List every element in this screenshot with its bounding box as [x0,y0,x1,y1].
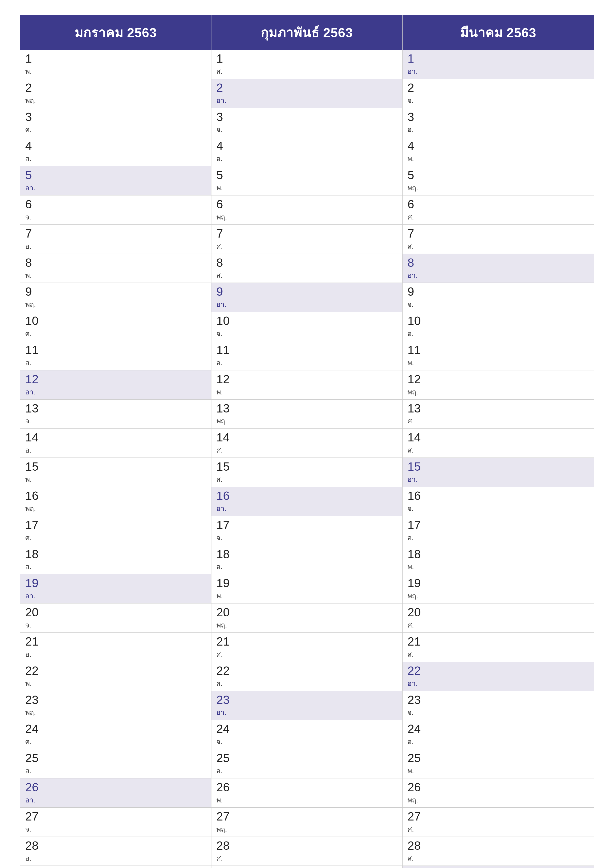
month-header-0: มกราคม 2563 [20,16,211,50]
day-row-m2-d5: 6ศ. [403,195,594,225]
day-number-m2-d16: 17 [407,519,589,532]
day-name-m1-d21: ส. [216,678,397,689]
month-column-2: มีนาคม 25631อา.2จ.3อ.4พ.5พฤ.6ศ.7ส.8อา.9จ… [403,16,594,868]
day-name-m0-d23: ศ. [25,736,206,747]
day-number-m1-d8: 9 [216,285,397,298]
day-row-m0-d23: 24ศ. [20,720,211,749]
day-row-m2-d7: 8อา. [403,254,594,283]
day-number-m2-d2: 3 [407,111,589,124]
day-number-m1-d1: 2 [216,81,397,95]
day-name-m0-d11: อา. [25,386,206,397]
day-name-m0-d19: จ. [25,620,206,631]
day-row-m1-d12: 13พฤ. [211,400,402,429]
day-name-m0-d22: พฤ. [25,707,206,718]
day-number-m1-d25: 26 [216,781,397,794]
day-number-m0-d8: 9 [25,285,206,298]
day-name-m2-d2: อ. [407,124,589,135]
day-number-m2-d0: 1 [407,52,589,65]
day-number-m0-d27: 28 [25,839,206,852]
day-name-m1-d19: พฤ. [216,620,397,631]
day-name-m1-d27: ศ. [216,852,397,863]
day-row-m1-d22: 23อา. [211,691,402,720]
day-row-m2-d26: 27ศ. [403,808,594,837]
day-row-m0-d5: 6จ. [20,195,211,225]
day-name-m2-d6: ส. [407,241,589,252]
day-row-m2-d16: 17อ. [403,516,594,546]
day-row-m0-d19: 20จ. [20,603,211,633]
month-column-1: กุมภาพันธ์ 25631ส.2อา.3จ.4อ.5พ.6พฤ.7ศ.8ส… [211,16,403,868]
day-name-m1-d20: ศ. [216,649,397,660]
day-number-m0-d4: 5 [25,169,206,182]
day-number-m2-d9: 10 [407,315,589,328]
day-name-m1-d3: อ. [216,153,397,164]
day-number-m2-d7: 8 [407,256,589,270]
day-name-m1-d0: ส. [216,66,397,77]
page: มกราคม 25631พ.2พฤ.3ศ.4ส.5อา.6จ.7อ.8พ.9พฤ… [0,0,614,868]
day-name-m0-d8: พฤ. [25,299,206,310]
day-row-m2-d3: 4พ. [403,137,594,166]
day-row-m0-d22: 23พฤ. [20,691,211,720]
day-number-m2-d20: 21 [407,635,589,648]
day-name-m2-d18: พฤ. [407,591,589,601]
day-row-m2-d9: 10อ. [403,312,594,341]
day-row-m2-d1: 2จ. [403,79,594,108]
day-name-m2-d5: ศ. [407,212,589,222]
day-number-m1-d13: 14 [216,431,397,444]
day-number-m0-d16: 17 [25,519,206,532]
day-number-m1-d23: 24 [216,722,397,736]
day-name-m1-d18: พ. [216,591,397,601]
day-row-m1-d4: 5พ. [211,166,402,195]
day-name-m2-d14: อา. [407,474,589,485]
day-number-m1-d17: 18 [216,548,397,561]
day-number-m0-d9: 10 [25,315,206,328]
day-row-m1-d25: 26พ. [211,778,402,808]
day-name-m1-d2: จ. [216,124,397,135]
day-number-m1-d5: 6 [216,198,397,211]
day-name-m2-d26: ศ. [407,824,589,835]
day-name-m1-d22: อา. [216,707,397,718]
day-row-m2-d18: 19พฤ. [403,574,594,603]
day-number-m2-d11: 12 [407,373,589,386]
day-row-m2-d6: 7ส. [403,225,594,254]
day-name-m0-d24: ส. [25,765,206,776]
day-name-m1-d12: พฤ. [216,415,397,426]
day-row-m1-d8: 9อา. [211,283,402,312]
day-number-m2-d4: 5 [407,169,589,182]
day-number-m0-d6: 7 [25,227,206,240]
day-number-m2-d15: 16 [407,490,589,502]
day-row-m2-d22: 23จ. [403,691,594,720]
day-name-m2-d0: อา. [407,66,589,77]
day-name-m2-d23: อ. [407,736,589,747]
month-header-2: มีนาคม 2563 [403,16,594,50]
day-row-m1-d17: 18อ. [211,546,402,575]
day-name-m2-d17: พ. [407,561,589,572]
day-name-m2-d7: อา. [407,270,589,281]
day-name-m0-d12: จ. [25,415,206,426]
day-number-m1-d14: 15 [216,460,397,473]
day-number-m1-d27: 28 [216,839,397,852]
day-row-m0-d27: 28อ. [20,837,211,866]
day-number-m1-d24: 25 [216,752,397,765]
day-row-m1-d13: 14ศ. [211,429,402,458]
day-row-m0-d11: 12อา. [20,370,211,400]
day-row-m0-d8: 9พฤ. [20,283,211,312]
day-name-m1-d1: อา. [216,95,397,106]
day-name-m1-d24: อ. [216,765,397,776]
day-row-m0-d20: 21อ. [20,633,211,662]
day-row-m1-d16: 17จ. [211,516,402,546]
day-number-m0-d26: 27 [25,810,206,823]
day-name-m1-d15: อา. [216,503,397,514]
day-row-m0-d24: 25ส. [20,749,211,778]
day-number-m0-d12: 13 [25,402,206,415]
day-name-m2-d1: จ. [407,95,589,106]
day-row-m2-d15: 16จ. [403,487,594,516]
day-name-m2-d8: จ. [407,299,589,310]
day-row-m2-d0: 1อา. [403,50,594,79]
day-number-m1-d26: 27 [216,810,397,823]
day-name-m1-d23: จ. [216,736,397,747]
day-row-m1-d27: 28ศ. [211,837,402,866]
day-number-m1-d15: 16 [216,490,397,502]
day-row-m1-d28: 29ส. [211,866,402,868]
day-row-m0-d21: 22พ. [20,662,211,691]
day-row-m2-d14: 15อา. [403,458,594,487]
